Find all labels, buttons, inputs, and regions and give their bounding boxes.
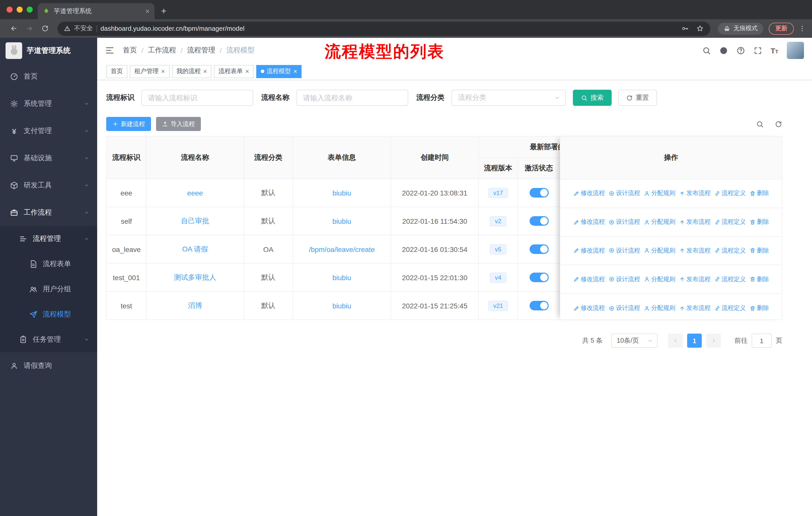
design-process-link[interactable]: 设计流程 — [608, 304, 640, 313]
assign-rule-link[interactable]: 分配规则 — [644, 189, 675, 198]
form-info-link[interactable]: biubiu — [332, 302, 351, 310]
sidebar-item-user-group[interactable]: 用户分组 — [0, 277, 97, 302]
form-info-link[interactable]: biubiu — [332, 273, 351, 281]
user-avatar[interactable] — [787, 42, 804, 59]
version-badge[interactable]: v21 — [488, 301, 508, 311]
close-icon[interactable]: × — [293, 68, 297, 75]
edit-process-link[interactable]: 修改流程 — [573, 246, 605, 255]
publish-process-link[interactable]: 发布流程 — [679, 304, 710, 313]
process-name-input[interactable] — [296, 90, 408, 106]
edit-process-link[interactable]: 修改流程 — [573, 218, 605, 226]
current-page-button[interactable]: 1 — [687, 333, 702, 348]
create-process-button[interactable]: 新建流程 — [106, 117, 151, 131]
browser-update-button[interactable]: 更新 — [769, 22, 794, 34]
github-icon[interactable] — [719, 46, 728, 55]
process-name-link[interactable]: 测试多审批人 — [174, 273, 216, 281]
assign-rule-link[interactable]: 分配规则 — [644, 218, 675, 226]
delete-process-link[interactable]: 删除 — [749, 246, 769, 255]
refresh-icon[interactable] — [775, 120, 782, 128]
design-process-link[interactable]: 设计流程 — [608, 275, 640, 284]
close-icon[interactable]: × — [245, 68, 249, 75]
import-process-button[interactable]: 导入流程 — [156, 117, 201, 131]
active-toggle[interactable] — [529, 301, 548, 310]
process-name-link[interactable]: 滔博 — [188, 301, 202, 309]
version-badge[interactable]: v4 — [490, 272, 506, 282]
design-process-link[interactable]: 设计流程 — [608, 218, 640, 226]
browser-tab[interactable]: 芋道管理系统 × — [38, 3, 154, 19]
goto-page-input[interactable] — [752, 333, 772, 348]
fullscreen-icon[interactable] — [753, 46, 762, 55]
assign-rule-link[interactable]: 分配规则 — [644, 304, 675, 313]
search-button[interactable]: 搜索 — [573, 90, 612, 106]
close-window-button[interactable] — [6, 6, 12, 12]
sidebar-item-payment[interactable]: ¥ 支付管理 — [0, 117, 97, 145]
maximize-window-button[interactable] — [27, 6, 33, 12]
tab-close-icon[interactable]: × — [145, 7, 149, 15]
tag-home[interactable]: 首页 — [106, 65, 127, 78]
design-process-link[interactable]: 设计流程 — [608, 246, 640, 255]
show-search-icon[interactable] — [756, 120, 764, 128]
sidebar-item-home[interactable]: 首页 — [0, 63, 97, 90]
delete-process-link[interactable]: 删除 — [749, 304, 769, 313]
active-toggle[interactable] — [529, 244, 548, 254]
close-icon[interactable]: × — [203, 68, 207, 75]
form-info-link[interactable]: biubiu — [332, 217, 351, 225]
sidebar-item-devtools[interactable]: 研发工具 — [0, 172, 97, 199]
process-name-link[interactable]: OA 请假 — [182, 245, 208, 253]
version-badge[interactable]: v5 — [490, 244, 506, 254]
next-page-button[interactable] — [706, 333, 721, 348]
url-bar[interactable]: 不安全 dashboard.yudao.iocoder.cn/bpm/manag… — [57, 21, 710, 35]
reset-button[interactable]: 重置 — [618, 90, 657, 106]
sidebar-item-process-mgmt[interactable]: 流程管理 — [0, 226, 97, 251]
sidebar-item-leave-query[interactable]: 请假查询 — [0, 352, 97, 379]
publish-process-link[interactable]: 发布流程 — [679, 189, 710, 198]
sidebar-item-process-form[interactable]: 流程表单 — [0, 251, 97, 277]
active-toggle[interactable] — [529, 273, 548, 282]
process-name-link[interactable]: 自己审批 — [181, 216, 209, 224]
process-key-input[interactable] — [141, 90, 253, 106]
help-icon[interactable] — [736, 46, 745, 55]
delete-process-link[interactable]: 删除 — [749, 189, 769, 198]
assign-rule-link[interactable]: 分配规则 — [644, 275, 675, 284]
forward-button[interactable] — [26, 25, 33, 32]
sidebar-item-workflow[interactable]: 工作流程 — [0, 199, 97, 226]
back-button[interactable] — [10, 25, 18, 32]
process-name-link[interactable]: eeee — [187, 189, 203, 197]
form-info-link[interactable]: biubiu — [332, 189, 351, 197]
publish-process-link[interactable]: 发布流程 — [679, 275, 710, 284]
version-badge[interactable]: v2 — [490, 216, 506, 226]
breadcrumb-item[interactable]: 流程管理 — [187, 46, 215, 55]
category-select[interactable]: 流程分类 — [452, 90, 566, 106]
publish-process-link[interactable]: 发布流程 — [679, 218, 710, 226]
edit-process-link[interactable]: 修改流程 — [573, 189, 605, 198]
sidebar-item-process-model[interactable]: 流程模型 — [0, 302, 97, 327]
key-icon[interactable] — [681, 25, 689, 32]
process-definition-link[interactable]: 流程定义 — [714, 304, 746, 313]
tag-tenant[interactable]: 租户管理× — [130, 65, 169, 78]
close-icon[interactable]: × — [161, 68, 165, 75]
delete-process-link[interactable]: 删除 — [749, 218, 769, 226]
sidebar-collapse-icon[interactable] — [105, 46, 114, 55]
breadcrumb-item[interactable]: 工作流程 — [148, 46, 176, 55]
active-toggle[interactable] — [529, 188, 548, 197]
form-info-link[interactable]: /bpm/oa/leave/create — [309, 245, 375, 253]
tag-my-process[interactable]: 我的流程× — [172, 65, 211, 78]
active-toggle[interactable] — [529, 216, 548, 226]
breadcrumb-item[interactable]: 首页 — [123, 46, 137, 55]
new-tab-button[interactable]: + — [161, 6, 166, 16]
edit-process-link[interactable]: 修改流程 — [573, 275, 605, 284]
tag-process-form[interactable]: 流程表单× — [214, 65, 254, 78]
font-size-icon[interactable]: TT — [771, 47, 778, 54]
edit-process-link[interactable]: 修改流程 — [573, 304, 605, 313]
prev-page-button[interactable] — [668, 333, 683, 348]
search-icon[interactable] — [702, 46, 710, 55]
browser-menu-icon[interactable] — [799, 25, 806, 32]
process-definition-link[interactable]: 流程定义 — [714, 275, 746, 284]
sidebar-item-task-mgmt[interactable]: 任务管理 — [0, 327, 97, 352]
tag-process-model[interactable]: 流程模型× — [256, 65, 302, 78]
process-definition-link[interactable]: 流程定义 — [714, 189, 746, 198]
page-size-select[interactable]: 10条/页 — [611, 333, 658, 348]
process-definition-link[interactable]: 流程定义 — [714, 246, 746, 255]
version-badge[interactable]: v17 — [488, 188, 508, 198]
sidebar-item-infrastructure[interactable]: 基础设施 — [0, 145, 97, 172]
